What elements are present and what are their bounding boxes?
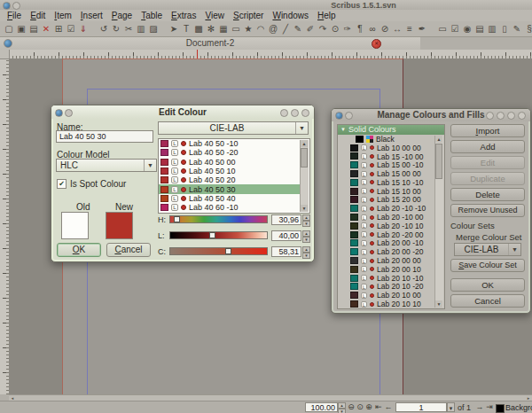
menu-item[interactable]: Item — [50, 11, 75, 20]
rotate-item-icon[interactable]: ↷ — [317, 23, 329, 35]
slider-track[interactable] — [169, 215, 268, 223]
copy-icon[interactable]: ▥ — [135, 23, 147, 35]
colour-list-item[interactable]: L Lab 40 50 10 — [159, 167, 301, 175]
insert-arc-icon[interactable]: ◠ — [254, 23, 267, 35]
current-page-field[interactable]: 1 — [395, 402, 447, 412]
colour-list-item[interactable]: L Lab 40 50 -20 — [159, 148, 301, 157]
new-document-icon[interactable]: ▢ — [3, 23, 15, 35]
undo-icon[interactable]: ↺ — [98, 23, 110, 35]
preflight-verifier-icon[interactable]: ☑ — [65, 23, 77, 35]
vertical-scrollbar[interactable]: ▲ ▼ — [300, 140, 309, 212]
colour-list-item[interactable]: L Lab 40 60 -10 — [159, 203, 301, 212]
story-editor-icon[interactable]: ¶ — [354, 23, 366, 35]
colour-name-input[interactable]: Lab 40 50 30 — [56, 130, 153, 143]
colour-list-item[interactable]: L Lab 15 20 00 — [338, 196, 435, 205]
toolbar-icon[interactable] — [90, 23, 98, 35]
cancel-button[interactable]: Cancel — [106, 243, 151, 257]
window-button-icon[interactable] — [12, 2, 20, 10]
menu-extras[interactable]: Extras — [167, 11, 200, 20]
open-document-icon[interactable]: ▣ — [15, 23, 27, 35]
colour-list-item[interactable]: L Lab 40 50 40 — [159, 194, 301, 203]
pdf-link-icon[interactable]: § — [523, 23, 532, 35]
spin-up-icon[interactable]: ▴ — [302, 214, 310, 221]
colour-list-item[interactable]: L Lab 20 00 -10 — [338, 239, 435, 248]
page-select-dropdown-icon[interactable]: ▾ — [447, 402, 455, 412]
zoom-icon[interactable]: ⊙ — [329, 23, 341, 35]
previous-page-icon[interactable]: ← — [384, 402, 393, 412]
next-page-icon[interactable]: → — [475, 402, 484, 412]
insert-render-frame-icon[interactable]: ✻ — [205, 23, 217, 35]
menu-help[interactable]: Help — [313, 11, 340, 20]
toolbar-icon[interactable] — [428, 23, 436, 35]
colour-list-item[interactable]: L Lab 20 00 10 — [338, 265, 435, 274]
spin-down-icon[interactable]: ▾ — [302, 253, 310, 259]
colour-list-item[interactable]: L Lab 20 -10 -10 — [338, 204, 435, 213]
scrollbar-thumb[interactable] — [301, 148, 308, 168]
measurements-icon[interactable]: ↔ — [391, 23, 403, 35]
maximize-icon[interactable] — [291, 109, 299, 117]
insert-polygon-icon[interactable]: ★ — [242, 23, 254, 35]
redo-icon[interactable]: ↻ — [110, 23, 122, 35]
close-icon[interactable] — [301, 109, 309, 117]
expander-triangle-icon[interactable]: ▼ — [340, 125, 346, 135]
paste-icon[interactable]: ▨ — [147, 23, 160, 35]
pdf-combo-box-icon[interactable]: ▤ — [473, 23, 486, 35]
solid-colours-group-header[interactable]: ▼ Solid Colours — [338, 125, 444, 135]
colour-list-item[interactable]: L Lab 40 50 00 — [159, 158, 301, 167]
delete-button[interactable]: Delete — [450, 188, 525, 201]
colour-list-item[interactable]: L Lab 20 10 00 — [338, 291, 435, 300]
minimize-icon[interactable] — [280, 109, 288, 117]
spin-up-icon[interactable]: ▴ — [302, 230, 310, 237]
copy-item-properties-icon[interactable]: ≡ — [403, 23, 416, 35]
insert-bezier-icon[interactable]: ✎ — [292, 23, 304, 35]
insert-shape-icon[interactable]: ▭ — [230, 23, 242, 35]
close-icon[interactable] — [518, 112, 526, 120]
add-button[interactable]: Add — [450, 140, 525, 153]
ok-button[interactable]: OK — [450, 278, 525, 292]
spin-up-icon[interactable]: ▴ — [338, 402, 346, 409]
menu-view[interactable]: View — [200, 11, 229, 20]
scrollbar-thumb[interactable] — [435, 144, 442, 179]
layer-select[interactable]: Background — [505, 403, 532, 412]
menu-edit[interactable]: Edit — [26, 11, 50, 20]
menu-file[interactable]: File — [3, 11, 26, 20]
unlink-text-frames-icon[interactable]: ⊘ — [379, 23, 391, 35]
zoom-out-icon[interactable]: ⊖ — [347, 402, 356, 412]
spin-up-icon[interactable]: ▴ — [302, 246, 310, 253]
menu-windows[interactable]: Windows — [268, 11, 313, 20]
remove-unused-button[interactable]: Remove Unused — [450, 204, 525, 217]
maximize-icon[interactable] — [507, 112, 515, 120]
edit-button[interactable]: Edit — [450, 156, 525, 169]
colour-list-item[interactable]: L Lab 40 50 30 — [159, 184, 301, 193]
menu-table[interactable]: Table — [137, 11, 167, 20]
zoom-spinner[interactable]: ▴▾ — [338, 402, 346, 412]
scroll-down-icon[interactable]: ▼ — [435, 300, 442, 308]
colour-list-item[interactable]: L Black — [338, 135, 435, 144]
slider-value[interactable]: 30,96 — [271, 214, 301, 225]
last-page-icon[interactable]: ⇥ — [485, 402, 494, 412]
colour-set-select[interactable]: CIE-LAB ▼ — [158, 121, 309, 135]
eye-dropper-icon[interactable]: ✒ — [416, 23, 428, 35]
pdf-annotation-icon[interactable]: ✎ — [511, 23, 523, 35]
spin-down-icon[interactable]: ▾ — [302, 221, 310, 227]
export-pdf-icon[interactable]: ⇓ — [77, 23, 90, 35]
colour-list-item[interactable]: L Lab 15 00 00 — [338, 169, 435, 178]
slider-value[interactable]: 58,31 — [271, 246, 301, 257]
dialog-menu-icon[interactable] — [65, 109, 73, 117]
first-page-icon[interactable]: ⇤ — [374, 402, 383, 412]
duplicate-button[interactable]: Duplicate — [450, 172, 525, 185]
pdf-checkbox-icon[interactable]: ☑ — [449, 23, 461, 35]
slider-spinner[interactable]: ▴▾ — [302, 214, 310, 225]
link-text-frames-icon[interactable]: ∞ — [366, 23, 379, 35]
spin-down-icon[interactable]: ▾ — [302, 237, 310, 243]
colour-list-item[interactable]: L Lab 20 10 -10 — [338, 274, 435, 283]
colour-list-item[interactable]: L Lab 15 10 -10 — [338, 178, 435, 187]
slider-value[interactable]: 40,00 — [271, 230, 301, 241]
vertical-scrollbar[interactable]: ▲ ▼ — [434, 136, 443, 308]
insert-line-icon[interactable]: ╱ — [279, 23, 292, 35]
colour-list-item[interactable]: L Lab 20 00 00 — [338, 256, 435, 265]
colour-list-item[interactable]: L Lab 20 -10 00 — [338, 213, 435, 222]
menu-insert[interactable]: Insert — [76, 11, 107, 20]
colour-list-item[interactable]: L Lab 20 10 -20 — [338, 283, 435, 292]
slider-handle[interactable] — [225, 248, 231, 254]
